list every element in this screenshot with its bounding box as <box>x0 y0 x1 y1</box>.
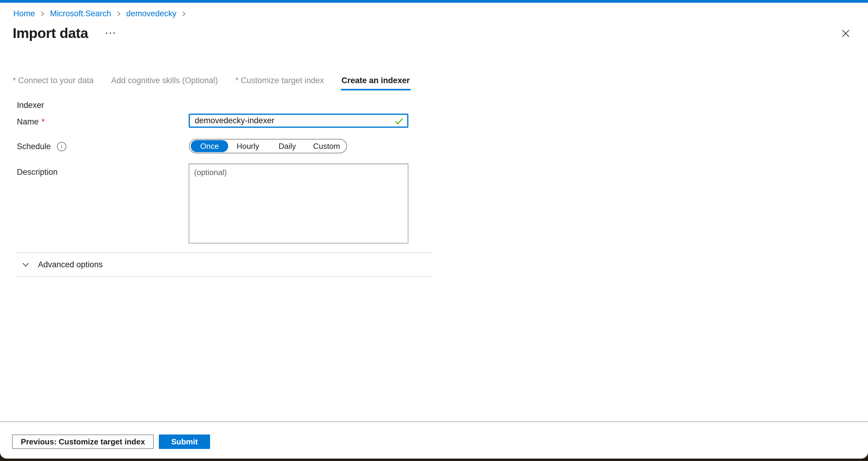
schedule-option-once[interactable]: Once <box>191 140 228 152</box>
schedule-option-hourly[interactable]: Hourly <box>228 142 268 151</box>
close-icon <box>841 28 851 39</box>
name-label: Name * <box>17 117 45 127</box>
tab-create-an-indexer[interactable]: Create an indexer <box>341 76 410 90</box>
chevron-right-icon <box>116 10 122 18</box>
indexer-section-heading: Indexer <box>17 101 44 110</box>
indexer-name-input[interactable] <box>189 114 408 128</box>
breadcrumb-microsoft-search[interactable]: Microsoft.Search <box>50 9 111 19</box>
previous-step-button[interactable]: Previous: Customize target index <box>12 434 154 449</box>
chevron-down-icon <box>21 260 30 269</box>
tab-add-cognitive-skills[interactable]: Add cognitive skills (Optional) <box>111 76 218 90</box>
schedule-label: Schedule i <box>17 142 66 151</box>
tab-customize-target-index[interactable]: * Customize target index <box>235 76 324 90</box>
schedule-option-daily[interactable]: Daily <box>268 142 307 151</box>
more-options-icon[interactable]: … <box>104 24 116 36</box>
advanced-options-label: Advanced options <box>38 260 103 269</box>
divider <box>17 252 433 253</box>
top-accent-bar <box>0 0 868 3</box>
description-label: Description <box>17 167 58 177</box>
submit-button[interactable]: Submit <box>159 434 210 449</box>
breadcrumb-demovedecky[interactable]: demovedecky <box>126 9 177 19</box>
schedule-label-text: Schedule <box>17 142 51 151</box>
wizard-tabs: * Connect to your data Add cognitive ski… <box>12 76 410 90</box>
info-icon[interactable]: i <box>57 142 66 151</box>
schedule-segmented-control: Once Hourly Daily Custom <box>189 139 347 153</box>
required-asterisk: * <box>41 117 45 127</box>
name-label-text: Name <box>17 117 38 127</box>
description-label-text: Description <box>17 167 58 177</box>
description-textarea[interactable] <box>189 164 408 243</box>
chevron-right-icon <box>39 10 46 18</box>
advanced-options-toggle[interactable]: Advanced options <box>21 258 103 271</box>
content-sheet: Home Microsoft.Search demovedecky Import… <box>0 0 868 459</box>
footer-divider <box>0 421 868 422</box>
import-data-page: Home Microsoft.Search demovedecky Import… <box>0 0 868 461</box>
chevron-right-icon <box>181 10 187 18</box>
divider <box>17 276 433 277</box>
breadcrumb-home[interactable]: Home <box>13 9 35 19</box>
breadcrumb: Home Microsoft.Search demovedecky <box>13 9 187 19</box>
close-button[interactable] <box>838 27 853 41</box>
schedule-option-custom[interactable]: Custom <box>307 142 346 151</box>
tab-connect-to-your-data[interactable]: * Connect to your data <box>12 76 94 90</box>
page-title: Import data <box>13 25 88 41</box>
